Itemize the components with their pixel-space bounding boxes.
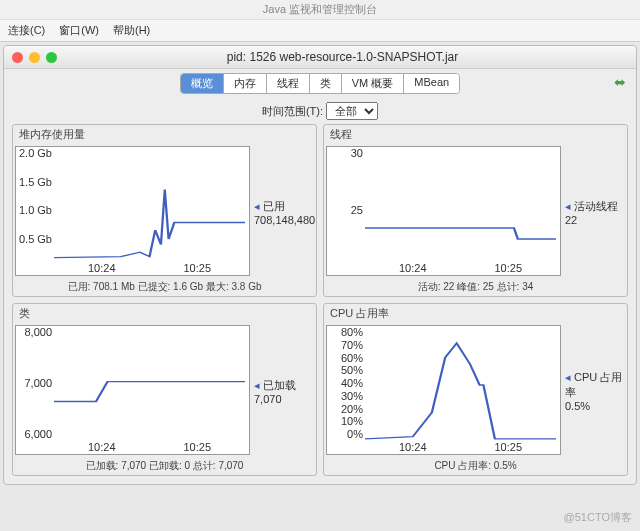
panel-threads: 线程 3025 10:2410:25 ◂ 活动线程22 活动: 22 峰值: 2… xyxy=(323,124,628,297)
connected-icon: ⬌ xyxy=(614,74,626,90)
tab-memory[interactable]: 内存 xyxy=(224,74,267,93)
time-range-select[interactable]: 全部 xyxy=(326,102,378,120)
panel-cpu-title: CPU 占用率 xyxy=(324,304,627,323)
menubar: 连接(C) 窗口(W) 帮助(H) xyxy=(0,20,640,42)
menu-help[interactable]: 帮助(H) xyxy=(113,23,150,38)
status-classes: 已加载: 7,070 已卸载: 0 总计: 7,070 xyxy=(13,457,316,475)
time-range-label: 时间范围(T): xyxy=(262,105,323,117)
tab-overview[interactable]: 概览 xyxy=(181,74,224,93)
close-icon[interactable] xyxy=(12,52,23,63)
legend-threads: ◂ 活动线程22 xyxy=(561,146,623,276)
tab-mbean[interactable]: MBean xyxy=(404,74,459,93)
chart-heap[interactable]: 2.0 Gb1.5 Gb1.0 Gb0.5 Gb 10:2410:25 xyxy=(15,146,250,276)
panel-cpu: CPU 占用率 80%70%60%50%40%30%20%10%0% 10:24… xyxy=(323,303,628,476)
chart-cpu[interactable]: 80%70%60%50%40%30%20%10%0% 10:2410:25 xyxy=(326,325,561,455)
window-title: pid: 1526 web-resource-1.0-SNAPSHOT.jar xyxy=(57,50,628,64)
legend-heap: ◂ 已用708,148,480 xyxy=(250,146,312,276)
main-window: pid: 1526 web-resource-1.0-SNAPSHOT.jar … xyxy=(3,45,637,485)
tab-threads[interactable]: 线程 xyxy=(267,74,310,93)
menu-connect[interactable]: 连接(C) xyxy=(8,23,45,38)
minimize-icon[interactable] xyxy=(29,52,40,63)
app-title: Java 监视和管理控制台 xyxy=(0,0,640,20)
status-cpu: CPU 占用率: 0.5% xyxy=(324,457,627,475)
panel-heap-title: 堆内存使用量 xyxy=(13,125,316,144)
watermark: @51CTO博客 xyxy=(564,510,632,525)
tab-vm[interactable]: VM 概要 xyxy=(342,74,405,93)
legend-cpu: ◂ CPU 占用率0.5% xyxy=(561,325,623,455)
legend-classes: ◂ 已加载7,070 xyxy=(250,325,312,455)
time-range-row: 时间范围(T): 全部 xyxy=(4,98,636,124)
menu-window[interactable]: 窗口(W) xyxy=(59,23,99,38)
chart-classes[interactable]: 8,0007,0006,000 10:2410:25 xyxy=(15,325,250,455)
status-heap: 已用: 708.1 Mb 已提交: 1.6 Gb 最大: 3.8 Gb xyxy=(13,278,316,296)
tab-classes[interactable]: 类 xyxy=(310,74,342,93)
status-threads: 活动: 22 峰值: 25 总计: 34 xyxy=(324,278,627,296)
chart-threads[interactable]: 3025 10:2410:25 xyxy=(326,146,561,276)
panel-threads-title: 线程 xyxy=(324,125,627,144)
panel-classes-title: 类 xyxy=(13,304,316,323)
zoom-icon[interactable] xyxy=(46,52,57,63)
panel-classes: 类 8,0007,0006,000 10:2410:25 ◂ 已加载7,070 … xyxy=(12,303,317,476)
window-titlebar: pid: 1526 web-resource-1.0-SNAPSHOT.jar xyxy=(4,46,636,69)
panel-heap: 堆内存使用量 2.0 Gb1.5 Gb1.0 Gb0.5 Gb 10:2410:… xyxy=(12,124,317,297)
tab-bar: 概览 内存 线程 类 VM 概要 MBean ⬌ xyxy=(4,69,636,98)
